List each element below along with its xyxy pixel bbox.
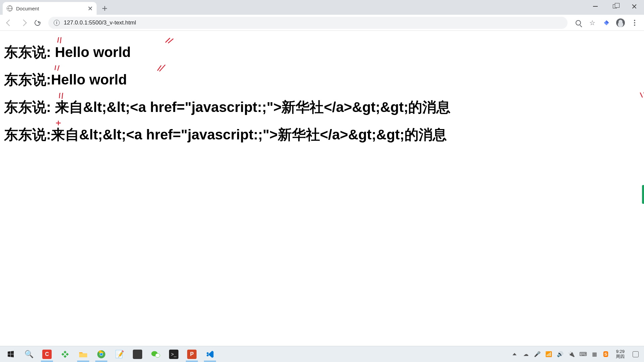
annotation-mark-icon <box>56 121 61 125</box>
app-icon <box>133 350 142 359</box>
clock-time: 9:29 <box>616 349 625 354</box>
star-icon: ☆ <box>589 19 595 27</box>
line3-prefix: 东东说: <box>4 99 51 115</box>
close-tab-icon[interactable] <box>88 6 93 11</box>
line1-prefix: 东东说: <box>4 44 51 60</box>
taskbar-app-hbuilder[interactable] <box>56 347 74 362</box>
page-viewport[interactable]: 东东说: Hello world 东东说:Hello world 东东说: 来自… <box>0 31 644 346</box>
chrome-icon <box>96 349 106 359</box>
taskbar-app-camtasia[interactable]: C <box>38 347 56 362</box>
line1-rest: Hello world <box>51 44 131 60</box>
tab-title: Document <box>16 6 85 11</box>
folder-icon <box>78 349 88 359</box>
line3-rest: 来自&lt;&lt;<a href="javascript:;">新华社</a>… <box>51 99 450 115</box>
window-maximize-button[interactable] <box>605 0 625 13</box>
heading-line-4: 东东说:来自&lt;&lt;<a href="javascript:;">新华社… <box>4 125 640 144</box>
taskbar-app-notepad[interactable]: 📝 <box>111 347 128 362</box>
tab-strip: Document <box>0 0 644 15</box>
profile-button[interactable] <box>614 17 627 29</box>
tray-sogou-icon[interactable]: S <box>602 351 609 358</box>
taskbar-clock[interactable]: 9:29 周四 <box>616 349 625 359</box>
heading-line-2: 东东说:Hello world <box>4 70 640 89</box>
annotation-mark-icon <box>54 65 62 72</box>
window-close-button[interactable] <box>625 0 644 13</box>
taskbar-app-terminal[interactable]: >_ <box>165 347 182 362</box>
site-info-icon[interactable]: i <box>54 20 60 26</box>
tray-onedrive-icon[interactable]: ☁ <box>523 351 529 358</box>
wechat-icon <box>151 349 161 359</box>
powerpoint-icon: P <box>187 350 197 359</box>
zoom-icon <box>576 20 581 25</box>
taskbar-app-powerpoint[interactable]: P <box>183 347 201 362</box>
tray-volume-icon[interactable]: 🔊 <box>557 351 564 358</box>
new-tab-button[interactable] <box>99 3 110 14</box>
avatar-icon <box>616 18 625 27</box>
heading-line-1: 东东说: Hello world <box>4 43 640 62</box>
annotation-mark-icon <box>157 64 166 72</box>
vscode-icon <box>205 349 215 359</box>
tray-overflow-button[interactable] <box>511 351 518 358</box>
globe-icon <box>7 5 13 11</box>
app-icon: 📝 <box>114 349 124 359</box>
app-icon <box>60 349 70 359</box>
plus-icon <box>102 6 107 11</box>
browser-tab[interactable]: Document <box>3 2 97 15</box>
svg-point-2 <box>100 353 103 356</box>
browser-toolbar: i 127.0.0.1:5500/3_v-text.html ☆ <box>0 15 644 31</box>
taskbar-app-chrome[interactable] <box>93 347 110 362</box>
annotation-mark-icon <box>639 92 644 99</box>
line2-text: 东东说:Hello world <box>4 72 127 87</box>
arrow-right-icon <box>20 19 27 26</box>
window-controls <box>586 0 644 15</box>
side-panel-handle[interactable] <box>642 185 644 204</box>
taskbar-app-explorer[interactable] <box>74 347 92 362</box>
reload-button[interactable] <box>32 17 44 29</box>
nav-back-button[interactable] <box>3 17 15 29</box>
extension-icon <box>603 19 610 26</box>
address-bar[interactable]: i 127.0.0.1:5500/3_v-text.html <box>48 17 568 29</box>
browser-menu-button[interactable] <box>629 17 641 29</box>
tray-app-icon[interactable]: ▦ <box>591 351 598 358</box>
system-tray: ☁ 🎤 📶 🔊 🔌 ⌨ ▦ S 9:29 周四 <box>511 346 642 362</box>
zoom-button[interactable] <box>572 17 584 29</box>
kebab-icon <box>634 20 635 26</box>
browser-window: Document i 127.0.0.1:5500/3_v-text.html … <box>0 0 644 362</box>
search-icon: 🔍 <box>24 349 34 359</box>
reload-icon <box>34 19 42 27</box>
taskbar-app-dark[interactable] <box>129 347 146 362</box>
heading-line-3: 东东说: 来自&lt;&lt;<a href="javascript:;">新华… <box>4 98 640 117</box>
annotation-mark-icon <box>165 38 174 44</box>
nav-forward-button[interactable] <box>17 17 30 29</box>
arrow-left-icon <box>6 19 13 26</box>
page-body: 东东说: Hello world 东东说:Hello world 东东说: 来自… <box>0 31 644 156</box>
action-center-button[interactable] <box>632 351 639 358</box>
tray-ime-icon[interactable]: ⌨ <box>580 351 586 358</box>
line4-text: 东东说:来自&lt;&lt;<a href="javascript:;">新华社… <box>4 127 447 142</box>
app-icon: C <box>42 350 52 359</box>
taskbar-app-vscode[interactable] <box>201 347 219 362</box>
chevron-up-icon <box>513 353 517 355</box>
windows-icon <box>6 349 16 359</box>
windows-taskbar: 🔍 C 📝 >_ P ☁ 🎤 📶 🔊 🔌 ⌨ ▦ S 9:29 周四 <box>0 346 644 362</box>
tray-power-icon[interactable]: 🔌 <box>568 351 575 358</box>
clock-day: 周四 <box>616 354 625 359</box>
terminal-icon: >_ <box>169 350 178 359</box>
tray-microphone-icon[interactable]: 🎤 <box>534 351 541 358</box>
annotation-mark-icon <box>58 93 65 99</box>
bookmark-button[interactable]: ☆ <box>586 17 598 29</box>
window-minimize-button[interactable] <box>586 0 605 13</box>
url-text: 127.0.0.1:5500/3_v-text.html <box>64 19 562 26</box>
tray-wifi-icon[interactable]: 📶 <box>545 351 552 358</box>
taskbar-app-wechat[interactable] <box>147 347 164 362</box>
extension-button[interactable] <box>600 17 612 29</box>
svg-point-4 <box>155 353 160 357</box>
taskbar-search[interactable]: 🔍 <box>20 347 38 362</box>
annotation-mark-icon <box>57 37 64 44</box>
start-button[interactable] <box>2 347 19 362</box>
